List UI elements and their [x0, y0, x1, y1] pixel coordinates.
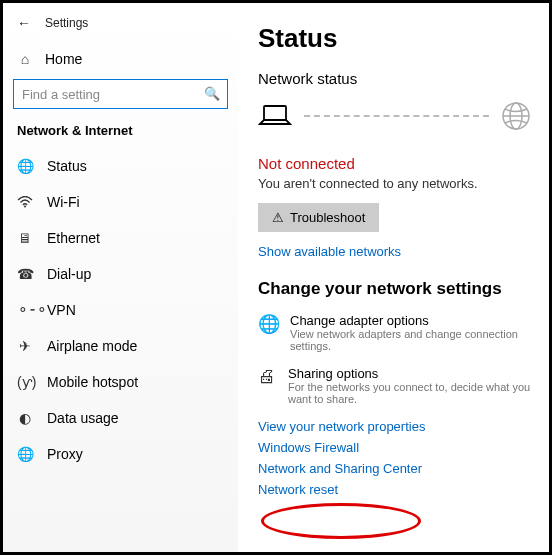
back-icon[interactable]: ← — [17, 15, 31, 31]
page-title: Status — [258, 23, 531, 54]
warning-icon: ⚠ — [272, 210, 284, 225]
sidebar-item-status[interactable]: 🌐Status — [3, 148, 238, 184]
sidebar-item-hotspot[interactable]: (ƴ)Mobile hotspot — [3, 364, 238, 400]
search-icon: 🔍 — [204, 86, 220, 101]
show-networks-link[interactable]: Show available networks — [258, 244, 531, 259]
link-properties[interactable]: View your network properties — [258, 419, 531, 434]
sidebar-item-label: VPN — [47, 302, 76, 318]
globe-icon — [501, 101, 531, 131]
sidebar-item-proxy[interactable]: 🌐Proxy — [3, 436, 238, 472]
sidebar-item-data[interactable]: ◐Data usage — [3, 400, 238, 436]
sidebar-item-label: Mobile hotspot — [47, 374, 138, 390]
option-desc: View network adapters and change connect… — [290, 328, 531, 352]
airplane-icon: ✈ — [17, 338, 33, 354]
app-title: Settings — [45, 16, 88, 30]
troubleshoot-label: Troubleshoot — [290, 210, 365, 225]
sharing-icon: 🖨 — [258, 366, 276, 405]
change-settings-heading: Change your network settings — [258, 279, 531, 299]
home-icon: ⌂ — [17, 51, 33, 67]
option-adapter[interactable]: 🌐 Change adapter options View network ad… — [258, 313, 531, 352]
connection-line — [304, 115, 489, 117]
hotspot-icon: (ƴ) — [17, 374, 33, 390]
main-content: Status Network status Not connected You … — [238, 3, 549, 552]
sidebar-item-ethernet[interactable]: 🖥Ethernet — [3, 220, 238, 256]
troubleshoot-button[interactable]: ⚠ Troubleshoot — [258, 203, 379, 232]
nav-list: 🌐Status Wi-Fi 🖥Ethernet ☎Dial-up ⚬⁃⚬VPN … — [3, 148, 238, 472]
dialup-icon: ☎ — [17, 266, 33, 282]
section-header: Network & Internet — [3, 123, 238, 148]
sidebar-item-label: Airplane mode — [47, 338, 137, 354]
sidebar-item-wifi[interactable]: Wi-Fi — [3, 184, 238, 220]
network-status-heading: Network status — [258, 70, 531, 87]
sidebar: ← Settings ⌂ Home 🔍 Network & Internet 🌐… — [3, 3, 238, 552]
connection-status: Not connected — [258, 155, 531, 172]
link-firewall[interactable]: Windows Firewall — [258, 440, 531, 455]
link-sharing-center[interactable]: Network and Sharing Center — [258, 461, 531, 476]
option-title: Sharing options — [288, 366, 531, 381]
option-sharing[interactable]: 🖨 Sharing options For the networks you c… — [258, 366, 531, 405]
sidebar-item-label: Status — [47, 158, 87, 174]
home-label: Home — [45, 51, 82, 67]
data-icon: ◐ — [17, 410, 33, 426]
laptop-icon — [258, 104, 292, 128]
connection-sub: You aren't connected to any networks. — [258, 176, 531, 191]
ethernet-icon: 🖥 — [17, 230, 33, 246]
status-icon: 🌐 — [17, 158, 33, 174]
sidebar-item-home[interactable]: ⌂ Home — [3, 41, 238, 79]
option-title: Change adapter options — [290, 313, 531, 328]
sidebar-item-dialup[interactable]: ☎Dial-up — [3, 256, 238, 292]
search-input[interactable] — [13, 79, 228, 109]
sidebar-item-label: Wi-Fi — [47, 194, 80, 210]
network-diagram — [258, 101, 531, 131]
option-desc: For the networks you connect to, decide … — [288, 381, 531, 405]
search-container: 🔍 — [13, 79, 228, 109]
wifi-icon — [17, 196, 33, 208]
sidebar-item-label: Proxy — [47, 446, 83, 462]
adapter-icon: 🌐 — [258, 313, 278, 352]
svg-rect-1 — [264, 106, 286, 120]
sidebar-item-label: Ethernet — [47, 230, 100, 246]
proxy-icon: 🌐 — [17, 446, 33, 462]
sidebar-item-label: Data usage — [47, 410, 119, 426]
sidebar-item-airplane[interactable]: ✈Airplane mode — [3, 328, 238, 364]
titlebar: ← Settings — [3, 11, 238, 41]
sidebar-item-label: Dial-up — [47, 266, 91, 282]
link-network-reset[interactable]: Network reset — [258, 482, 531, 497]
sidebar-item-vpn[interactable]: ⚬⁃⚬VPN — [3, 292, 238, 328]
vpn-icon: ⚬⁃⚬ — [17, 302, 33, 318]
svg-point-0 — [24, 206, 26, 208]
